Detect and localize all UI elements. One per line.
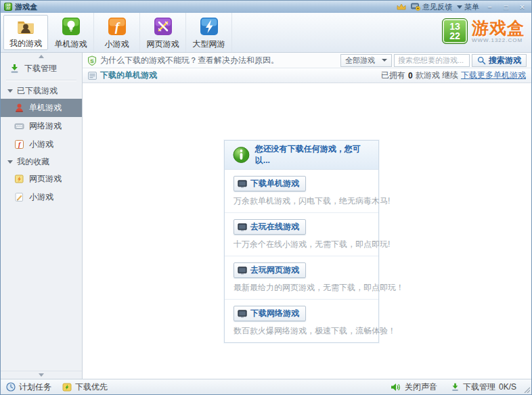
- feedback-icon: [411, 3, 420, 11]
- page-title: 下载的单机游戏: [100, 70, 157, 81]
- search-icon: [477, 56, 486, 65]
- tab-mini-games[interactable]: f 小游戏: [94, 13, 140, 52]
- flash-file-icon: f: [14, 139, 24, 149]
- chevron-down-icon: [382, 59, 387, 62]
- tab-web-games[interactable]: 网页游戏: [140, 13, 186, 52]
- action-desc: 数百款火爆网络游戏，极速下载，流畅体验！: [234, 325, 370, 337]
- scheduled-tasks-button[interactable]: 计划任务: [6, 381, 51, 393]
- download-speed: 0K/S: [499, 382, 516, 392]
- screen-icon: [238, 266, 247, 275]
- priority-icon: [62, 383, 72, 392]
- sidebar-item-fav-mini-games[interactable]: 小游戏: [1, 188, 82, 206]
- screen-icon: [238, 310, 247, 318]
- empty-state-panel: 您还没有下载任何游戏，您可以... 下载单机游戏 万余款单机游戏，闪电下载，绝无…: [224, 140, 379, 343]
- mute-sound-button[interactable]: 关闭声音: [391, 381, 437, 393]
- close-button[interactable]: ✕: [516, 3, 528, 11]
- sidebar-item-label: 小游戏: [29, 191, 53, 203]
- svg-text:S: S: [90, 57, 94, 64]
- app-window: 1322 游戏盒 意见反馈 菜单 – □: [0, 0, 532, 395]
- sidebar-item-label: 单机游戏: [29, 102, 62, 114]
- tab-label: 网页游戏: [147, 39, 179, 50]
- doc-pencil-icon: [14, 192, 24, 202]
- tab-label: 小游戏: [105, 39, 129, 50]
- person-icon: [14, 103, 24, 113]
- action-row: 去玩在线游戏 十万余个在线小游戏，无需下载，即点即玩!: [225, 213, 378, 256]
- brand-site: WWW.1322.COM: [472, 38, 525, 43]
- sidebar-group-downloaded[interactable]: 已下载游戏: [1, 83, 82, 99]
- tab-label: 单机游戏: [55, 39, 87, 50]
- notice-text[interactable]: 为什么下载的游戏不能玩？查看解决办法和原因。: [100, 55, 279, 66]
- owned-prefix: 已拥有: [381, 70, 405, 81]
- scroll-up-icon: [39, 55, 44, 58]
- scroll-down-icon: [39, 373, 44, 377]
- brand-1322-icon: 1322: [442, 18, 468, 44]
- tab-label: 大型网游: [193, 39, 225, 50]
- sidebar-scroll-up[interactable]: [1, 53, 82, 60]
- maximize-button[interactable]: □: [500, 3, 512, 11]
- screen-icon: [238, 223, 247, 231]
- tab-my-games[interactable]: 我的游戏: [3, 15, 48, 50]
- sidebar: 下载管理 已下载游戏 单机游戏: [1, 53, 83, 379]
- notice-bar: S 为什么下载的游戏不能玩？查看解决办法和原因。 全部游戏 搜索游戏: [83, 53, 531, 68]
- content-header: 下载的单机游戏 已拥有 0 款游戏 继续 下载更多单机游戏: [83, 68, 531, 83]
- action-row: 下载网络游戏 数百款火爆网络游戏，极速下载，流畅体验！: [225, 300, 378, 342]
- sidebar-group-label: 已下载游戏: [17, 85, 58, 97]
- play-web-games-button[interactable]: 去玩网页游戏: [234, 262, 306, 278]
- vip-crown-icon[interactable]: [397, 3, 406, 11]
- owned-count: 0: [408, 71, 413, 80]
- sidebar-item-mini-games[interactable]: f 小游戏: [1, 135, 82, 154]
- standalone-games-icon: [62, 17, 81, 36]
- list-icon: [88, 72, 97, 80]
- search-input[interactable]: [394, 54, 470, 67]
- mini-games-flash-icon: f: [108, 17, 127, 36]
- game-filter-dropdown[interactable]: 全部游戏: [340, 54, 392, 67]
- keyboard-icon: [14, 121, 24, 131]
- sidebar-group-favorites[interactable]: 我的收藏: [1, 154, 82, 170]
- tab-standalone-games[interactable]: 单机游戏: [48, 13, 94, 52]
- app-logo-icon: 1322: [4, 3, 12, 11]
- download-icon: [9, 64, 20, 74]
- sidebar-scroll-down[interactable]: [1, 371, 82, 379]
- brand-logo: 1322 游戏盒 WWW.1322.COM: [442, 18, 525, 44]
- download-manager-status[interactable]: 下载管理 0K/S: [451, 381, 516, 393]
- play-online-button[interactable]: 去玩在线游戏: [234, 219, 306, 235]
- download-priority-button[interactable]: 下载优先: [62, 381, 108, 393]
- tab-mmo-games[interactable]: 大型网游: [186, 13, 232, 52]
- download-icon: [451, 383, 460, 392]
- action-desc: 十万余个在线小游戏，无需下载，即点即玩!: [234, 239, 370, 250]
- web-doc-icon: [14, 174, 24, 184]
- mmo-games-lightning-icon: [200, 17, 219, 36]
- menu-button[interactable]: 菜单: [457, 2, 479, 12]
- sidebar-item-label: 网页游戏: [29, 173, 62, 185]
- content-area: 您还没有下载任何游戏，您可以... 下载单机游戏 万余款单机游戏，闪电下载，绝无…: [83, 83, 531, 379]
- resize-grip[interactable]: [523, 386, 530, 393]
- download-network-games-button[interactable]: 下载网络游戏: [234, 306, 306, 321]
- sidebar-item-standalone-games[interactable]: 单机游戏: [1, 99, 82, 117]
- chevron-down-icon: [457, 5, 462, 9]
- sidebar-item-label: 网络游戏: [29, 120, 62, 132]
- sidebar-item-label: 小游戏: [29, 139, 53, 150]
- download-standalone-button[interactable]: 下载单机游戏: [234, 176, 306, 191]
- window-title: 游戏盒: [15, 2, 37, 12]
- web-games-swords-icon: [154, 17, 173, 36]
- sidebar-item-download-manager[interactable]: 下载管理: [1, 60, 82, 78]
- clock-icon: [6, 382, 16, 392]
- sidebar-item-fav-web-games[interactable]: 网页游戏: [1, 170, 82, 188]
- feedback-button[interactable]: 意见反馈: [411, 2, 452, 12]
- speaker-icon: [391, 383, 401, 392]
- action-desc: 最新最给力的网页游戏，无需下载，即点即玩！: [234, 282, 370, 294]
- shield-icon: S: [87, 55, 97, 66]
- brand-name: 游戏盒: [472, 20, 525, 37]
- action-row: 去玩网页游戏 最新最给力的网页游戏，无需下载，即点即玩！: [225, 256, 378, 300]
- tab-label: 我的游戏: [9, 38, 42, 49]
- sidebar-group-label: 我的收藏: [17, 156, 49, 168]
- empty-state-header: 您还没有下载任何游戏，您可以...: [225, 141, 378, 170]
- download-more-link[interactable]: 下载更多单机游戏: [461, 70, 526, 81]
- owned-suffix: 款游戏 继续: [416, 70, 458, 81]
- toolbar: 我的游戏 单机游戏 f 小游戏: [1, 13, 531, 53]
- minimize-button[interactable]: –: [484, 3, 495, 11]
- titlebar: 1322 游戏盒 意见反馈 菜单 – □: [1, 1, 531, 13]
- sidebar-item-network-games[interactable]: 网络游戏: [1, 117, 82, 135]
- search-button[interactable]: 搜索游戏: [472, 54, 527, 67]
- status-bar: 计划任务 下载优先 关闭声音 下载管理: [1, 379, 531, 394]
